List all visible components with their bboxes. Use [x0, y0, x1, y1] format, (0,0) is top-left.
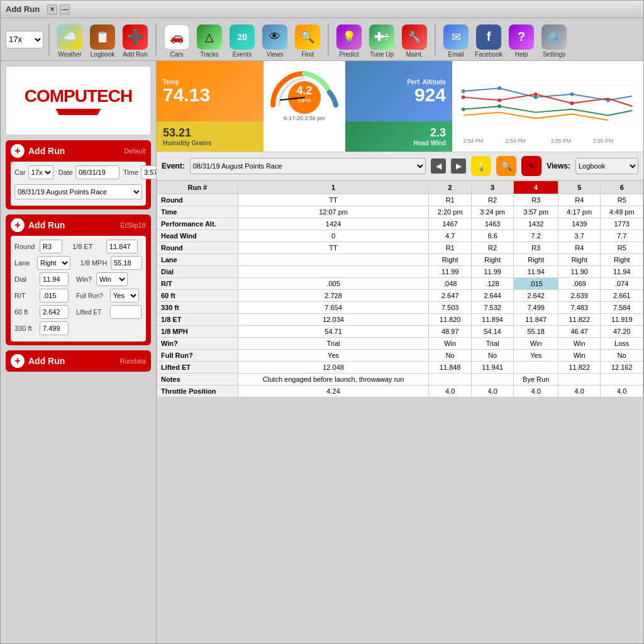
table-cell[interactable]: R2 — [471, 242, 513, 254]
edit-button[interactable]: ✎ — [521, 156, 541, 176]
nav-next-button[interactable]: ▶ — [451, 158, 466, 174]
ft330-input[interactable] — [40, 321, 69, 335]
table-cell[interactable]: 1467 — [429, 218, 471, 230]
win-select[interactable]: Win — [96, 272, 128, 286]
table-cell[interactable]: .069 — [558, 278, 600, 290]
minimize-button[interactable]: — — [60, 4, 70, 14]
table-cell[interactable]: Bye Run — [514, 374, 558, 386]
table-cell[interactable]: 2.647 — [429, 290, 471, 302]
table-cell[interactable]: 11.848 — [429, 362, 471, 374]
add-run-rundata-card[interactable]: + Add Run Rundata — [6, 350, 151, 372]
table-cell[interactable]: 4.0 — [429, 386, 471, 397]
toolbar-btn-find[interactable]: 🔍 Find — [292, 21, 323, 58]
toolbar-btn-cars[interactable]: 🚗 Cars — [162, 21, 192, 58]
toolbar-btn-tuneup[interactable]: ✚÷ Tune Up — [367, 21, 397, 58]
table-cell[interactable]: R1 — [429, 242, 471, 254]
table-cell[interactable]: Right — [471, 254, 513, 266]
table-cell[interactable] — [471, 374, 513, 386]
views-select[interactable]: Logbook — [575, 158, 638, 174]
table-cell[interactable]: 2.639 — [558, 290, 600, 302]
round-input[interactable] — [40, 240, 62, 253]
table-cell[interactable] — [601, 374, 643, 386]
table-cell[interactable]: R3 — [514, 242, 558, 254]
table-cell[interactable]: Right — [429, 254, 471, 266]
table-cell[interactable]: No — [471, 350, 513, 362]
table-cell[interactable]: 1439 — [558, 218, 600, 230]
table-cell[interactable]: .074 — [601, 278, 643, 290]
table-cell[interactable]: 3:24 pm — [471, 206, 513, 218]
table-cell[interactable]: 3:57 pm — [514, 206, 558, 218]
table-cell[interactable]: TT — [238, 194, 429, 206]
toolbar-btn-logbook[interactable]: 📋 Logbook — [87, 21, 118, 58]
table-row[interactable]: Full Run?YesNoNoYesWinNo — [157, 350, 643, 362]
event-select[interactable]: 08/31/19 August Points Race — [14, 184, 142, 199]
table-row[interactable]: RoundTTR1R2R3R4R5 — [157, 242, 643, 254]
car-selector[interactable]: 17x — [6, 31, 43, 48]
toolbar-btn-tracks[interactable]: △ Tracks — [194, 21, 225, 58]
table-row[interactable]: LaneRightRightRightRightRight — [157, 254, 643, 266]
table-cell[interactable]: 4.0 — [601, 386, 643, 397]
table-cell[interactable]: 55.18 — [514, 326, 558, 338]
col-header-4[interactable]: 4 — [514, 181, 558, 194]
table-cell[interactable]: 4.7 — [429, 230, 471, 242]
table-cell[interactable]: 12:07 pm — [238, 206, 429, 218]
car-select[interactable]: 17x — [28, 165, 53, 179]
table-cell[interactable]: 12.162 — [601, 362, 643, 374]
lane-select[interactable]: Right — [37, 256, 71, 270]
table-cell[interactable]: No — [601, 350, 643, 362]
table-row[interactable]: 330 ft7.6547.5037.5327.4997.4837.584 — [157, 302, 643, 314]
add-run-default-plus[interactable]: + — [11, 144, 25, 158]
table-cell[interactable]: 7.483 — [558, 302, 600, 314]
table-cell[interactable]: 1463 — [471, 218, 513, 230]
table-cell[interactable]: 7.499 — [514, 302, 558, 314]
table-cell[interactable]: R5 — [601, 194, 643, 206]
event-select-logbook[interactable]: 08/31/19 August Points Race — [190, 158, 426, 174]
table-cell[interactable]: 2.644 — [471, 290, 513, 302]
table-row[interactable]: Head Wind04.78.67.23.77.7 — [157, 230, 643, 242]
table-cell[interactable]: R4 — [558, 194, 600, 206]
table-cell[interactable]: 1432 — [514, 218, 558, 230]
table-cell[interactable]: 4:17 pm — [558, 206, 600, 218]
table-cell[interactable]: 8.6 — [471, 230, 513, 242]
table-cell[interactable]: Right — [514, 254, 558, 266]
table-cell[interactable]: 54.14 — [471, 326, 513, 338]
table-cell[interactable]: Win — [429, 338, 471, 350]
table-cell[interactable] — [558, 374, 600, 386]
table-row[interactable]: R/T.005.048.128.015.069.074 — [157, 278, 643, 290]
table-cell[interactable]: 1773 — [601, 218, 643, 230]
table-cell[interactable]: 4.24 — [238, 386, 429, 397]
toolbar-btn-addrun[interactable]: ➕ Add Run — [120, 21, 150, 58]
table-cell[interactable]: 4:49 pm — [601, 206, 643, 218]
table-cell[interactable]: Win — [558, 338, 600, 350]
table-row[interactable]: Win?TrialWinTrialWinWinLoss — [157, 338, 643, 350]
date-input[interactable] — [75, 165, 119, 179]
fullrun-select[interactable]: Yes — [110, 289, 139, 303]
time-input[interactable] — [141, 165, 157, 179]
table-cell[interactable]: R1 — [429, 194, 471, 206]
table-cell[interactable]: Trial — [471, 338, 513, 350]
table-cell[interactable]: 7.7 — [601, 230, 643, 242]
table-cell[interactable]: .015 — [514, 278, 558, 290]
table-cell[interactable]: 11.820 — [429, 314, 471, 326]
table-cell[interactable]: R4 — [558, 242, 600, 254]
table-cell[interactable]: Yes — [514, 350, 558, 362]
toolbar-btn-maint[interactable]: 🔧 Maint. — [399, 21, 430, 58]
table-cell[interactable] — [238, 266, 429, 278]
table-cell[interactable]: 11.94 — [514, 266, 558, 278]
table-cell[interactable]: 11.99 — [471, 266, 513, 278]
table-cell[interactable]: No — [429, 350, 471, 362]
table-cell[interactable]: 11.822 — [558, 362, 600, 374]
table-cell[interactable]: 1424 — [238, 218, 429, 230]
table-cell[interactable]: 11.99 — [429, 266, 471, 278]
table-cell[interactable]: 54.71 — [238, 326, 429, 338]
table-row[interactable]: Throttle Position4.244.04.04.04.04.0 — [157, 386, 643, 397]
table-cell[interactable]: 12.048 — [238, 362, 429, 374]
table-cell[interactable]: .005 — [238, 278, 429, 290]
toolbar-btn-views[interactable]: 👁 Views — [260, 21, 290, 58]
table-cell[interactable]: Right — [558, 254, 600, 266]
table-cell[interactable]: 7.532 — [471, 302, 513, 314]
toolbar-btn-facebook[interactable]: f Facebook — [474, 21, 504, 58]
table-cell[interactable]: R2 — [471, 194, 513, 206]
close-button[interactable]: ✕ — [47, 4, 57, 14]
table-cell[interactable] — [429, 374, 471, 386]
